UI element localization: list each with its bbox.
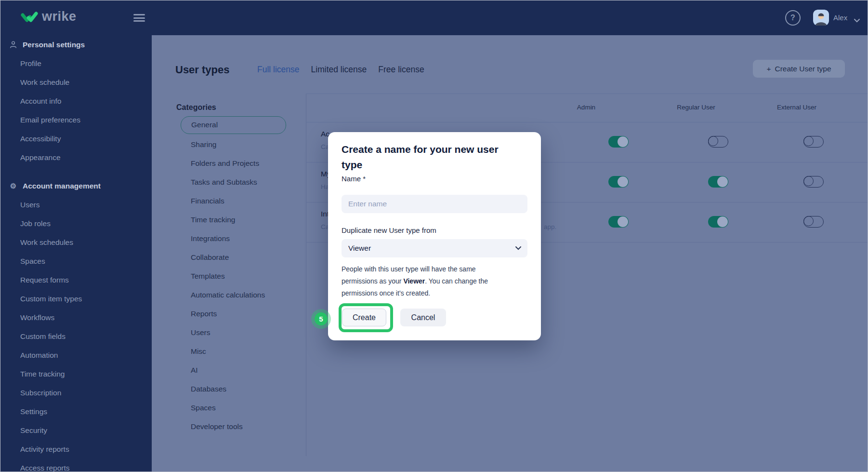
sidebar-item-work-schedule[interactable]: Work schedule [0,73,152,92]
name-input[interactable] [342,195,527,213]
tab-free-license[interactable]: Free license [378,65,424,75]
column-header-external-user: External User [777,104,816,111]
tab-limited-license[interactable]: Limited license [311,65,367,75]
wrike-logo: wrike [21,9,77,24]
sidebar-item-users[interactable]: Users [0,195,152,214]
step-highlight-box [339,303,393,332]
toggle-knob [803,216,814,226]
toggle-regular-user-row-1[interactable] [708,136,728,148]
toggle-knob [803,176,814,186]
permission-row-subtitle-continued: app. [544,223,556,230]
sidebar-section-label: Personal settings [23,40,85,49]
sidebar-section-personal-settings[interactable]: Personal settings [0,35,152,54]
sidebar-item-access-reports[interactable]: Access reports [0,459,152,472]
category-item-financials[interactable]: Financials [191,191,292,210]
toggle-external-user-row-3[interactable] [803,216,824,228]
toggle-admin-row-2[interactable] [608,176,629,188]
column-header-admin: Admin [577,104,595,111]
sidebar-item-spaces[interactable]: Spaces [0,252,152,270]
wrike-logo-check-icon [21,10,38,24]
duplicate-description: People with this user type will have the… [342,263,488,299]
sidebar-item-custom-fields[interactable]: Custom fields [0,327,152,346]
category-item-misc[interactable]: Misc [191,342,292,361]
category-item-collaborate[interactable]: Collaborate [191,248,292,267]
categories-heading: Categories [176,99,292,116]
user-name[interactable]: Alex [833,13,847,22]
column-header-regular-user: Regular User [677,104,715,111]
category-item-automatic-calculations[interactable]: Automatic calculations [191,285,292,304]
toggle-knob [618,176,628,187]
category-item-tasks-and-subtasks[interactable]: Tasks and Subtasks [191,173,292,191]
chevron-down-icon [515,246,521,250]
sidebar-item-request-forms[interactable]: Request forms [0,270,152,289]
toggle-knob [803,136,814,146]
category-item-developer-tools[interactable]: Developer tools [191,417,292,436]
sidebar-item-automation[interactable]: Automation [0,346,152,364]
create-user-type-label: Create User type [775,65,831,73]
categories-table-divider [306,94,306,456]
chevron-down-icon[interactable] [854,16,860,25]
sidebar-item-workflows[interactable]: Workflows [0,308,152,327]
sidebar-item-work-schedules[interactable]: Work schedules [0,233,152,252]
category-item-sharing[interactable]: Sharing [191,135,292,154]
toggle-regular-user-row-3[interactable] [708,216,728,228]
toggle-knob [708,136,718,146]
toggle-admin-row-3[interactable] [608,216,629,228]
category-item-spaces[interactable]: Spaces [191,398,292,417]
sidebar-item-activity-reports[interactable]: Activity reports [0,440,152,459]
toggle-knob [717,216,728,227]
category-item-templates[interactable]: Templates [191,267,292,285]
sidebar-item-appearance[interactable]: Appearance [0,148,152,167]
sidebar-item-settings[interactable]: Settings [0,402,152,421]
question-mark-icon: ? [790,13,795,22]
license-tabs: Full licenseLimited licenseFree license [257,65,424,75]
user-avatar[interactable] [813,10,829,26]
top-bar: wrike ? Alex [0,0,868,35]
plus-icon: + [766,65,771,73]
step-number-badge: 5 [315,312,328,325]
toggle-external-user-row-2[interactable] [803,176,824,188]
category-item-ai[interactable]: AI [191,361,292,379]
duplicate-from-value: Viewer [348,244,371,253]
toggle-admin-row-1[interactable] [608,136,629,148]
cancel-button[interactable]: Cancel [400,309,446,326]
categories-panel: Categories GeneralSharingFolders and Pro… [176,99,292,436]
category-item-time-tracking[interactable]: Time tracking [191,210,292,229]
page-title: User types [175,64,230,76]
duplicate-from-select[interactable]: Viewer [342,239,527,257]
category-item-reports[interactable]: Reports [191,304,292,323]
table-top-divider [306,94,868,94]
toggle-knob [717,176,728,187]
help-button[interactable]: ? [785,10,801,26]
sidebar-item-subscription[interactable]: Subscription [0,383,152,402]
duplicate-from-label: Duplicate new User type from [342,226,436,234]
wrike-logo-text: wrike [42,9,77,24]
wrike-settings-screen: User types Full licenseLimited licenseFr… [0,0,868,472]
toggle-regular-user-row-2[interactable] [708,176,728,188]
hamburger-menu-icon[interactable] [133,14,145,22]
create-user-type-button[interactable]: + Create User type [753,60,845,78]
categories-list: GeneralSharingFolders and ProjectsTasks … [176,116,292,436]
sidebar-section-account-management[interactable]: ⚙Account management [0,176,152,195]
sidebar-item-accessibility[interactable]: Accessibility [0,129,152,148]
sidebar-item-job-roles[interactable]: Job roles [0,214,152,233]
person-icon [9,40,17,49]
settings-sidebar: Personal settingsProfileWork scheduleAcc… [0,35,152,472]
table-header-divider [306,122,868,122]
sidebar-item-profile[interactable]: Profile [0,54,152,73]
modal-title: Create a name for your new user type [342,142,510,173]
tab-full-license[interactable]: Full license [257,65,300,75]
sidebar-item-security[interactable]: Security [0,421,152,440]
category-item-databases[interactable]: Databases [191,379,292,398]
category-item-folders-and-projects[interactable]: Folders and Projects [191,154,292,173]
sidebar-item-email-preferences[interactable]: Email preferences [0,110,152,129]
sidebar-item-time-tracking[interactable]: Time tracking [0,364,152,383]
gear-icon: ⚙ [9,182,17,190]
name-label: Name * [342,175,366,183]
category-item-integrations[interactable]: Integrations [191,229,292,248]
sidebar-item-account-info[interactable]: Account info [0,92,152,110]
category-item-general[interactable]: General [181,116,286,134]
sidebar-item-custom-item-types[interactable]: Custom item types [0,289,152,308]
toggle-external-user-row-1[interactable] [803,136,824,148]
category-item-users[interactable]: Users [191,323,292,342]
